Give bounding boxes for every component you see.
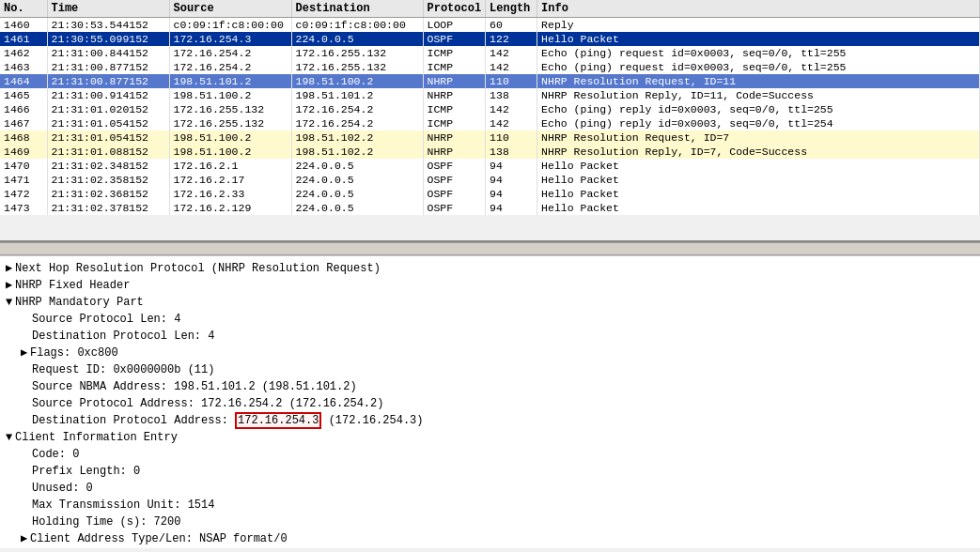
- detail-text: Source NBMA Address: 198.51.101.2 (198.5…: [32, 380, 357, 393]
- detail-line: Request ID: 0x0000000b (11): [6, 361, 974, 378]
- collapse-icon[interactable]: ▼: [6, 430, 15, 445]
- detail-text: Destination Protocol Len: 4: [32, 330, 214, 343]
- col-header-length[interactable]: Length: [486, 0, 537, 18]
- table-row[interactable]: 146621:31:01.020152172.16.255.132172.16.…: [0, 102, 980, 116]
- table-row[interactable]: 147221:31:02.368152172.16.2.33224.0.0.5O…: [0, 187, 980, 201]
- table-row[interactable]: 146321:31:00.877152172.16.254.2172.16.25…: [0, 60, 980, 74]
- detail-title: ▶ Next Hop Resolution Protocol (NHRP Res…: [6, 260, 974, 277]
- expand-icon[interactable]: ▶: [6, 261, 15, 276]
- detail-line: Destination Protocol Address: 172.16.254…: [6, 412, 974, 429]
- col-header-no[interactable]: No.: [0, 0, 47, 18]
- detail-line: Holding Time (s): 7200: [6, 514, 974, 530]
- table-scroll-area[interactable]: No. Time Source Destination Protocol Len…: [0, 0, 980, 242]
- detail-line: Source Protocol Len: 4: [6, 311, 974, 328]
- detail-text: Client Address Type/Len: NSAP format/0: [30, 532, 288, 545]
- packet-table-body: 146021:30:53.544152c0:09:1f:c8:00:00c0:0…: [0, 18, 980, 216]
- detail-line: Destination Protocol Len: 4: [6, 328, 974, 345]
- table-header-row: No. Time Source Destination Protocol Len…: [0, 0, 980, 18]
- expand-icon[interactable]: ▶: [21, 345, 30, 360]
- detail-text: Source Protocol Len: 4: [32, 313, 180, 326]
- detail-line: Source Protocol Address: 172.16.254.2 (1…: [6, 395, 974, 412]
- col-header-destination[interactable]: Destination: [291, 0, 423, 18]
- table-row[interactable]: 146121:30:55.099152172.16.254.3224.0.0.5…: [0, 32, 980, 46]
- detail-line: Max Transmission Unit: 1514: [6, 497, 974, 514]
- table-row[interactable]: 146421:31:00.877152198.51.101.2198.51.10…: [0, 74, 980, 88]
- detail-suffix: (172.16.254.3): [321, 414, 423, 427]
- table-row[interactable]: 147021:31:02.348152172.16.2.1224.0.0.5OS…: [0, 159, 980, 173]
- expand-icon[interactable]: ▶: [6, 278, 15, 293]
- detail-text: Request ID: 0x0000000b (11): [32, 363, 214, 376]
- packet-table: No. Time Source Destination Protocol Len…: [0, 0, 980, 215]
- col-header-source[interactable]: Source: [169, 0, 291, 18]
- table-row[interactable]: 146821:31:01.054152198.51.100.2198.51.10…: [0, 130, 980, 145]
- detail-line[interactable]: ▶ Flags: 0xc800: [6, 345, 974, 361]
- table-row[interactable]: 147321:31:02.378152172.16.2.129224.0.0.5…: [0, 201, 980, 215]
- detail-text: Flags: 0xc800: [30, 346, 118, 360]
- scrollbar-track[interactable]: [0, 243, 980, 254]
- detail-line[interactable]: ▶ Client Address Type/Len: NSAP format/0: [6, 530, 974, 547]
- detail-text: Destination Protocol Address:: [32, 414, 235, 427]
- detail-text: Unused: 0: [32, 482, 93, 495]
- table-row[interactable]: 146021:30:53.544152c0:09:1f:c8:00:00c0:0…: [0, 18, 980, 33]
- detail-text: Prefix Length: 0: [32, 465, 140, 478]
- detail-line[interactable]: ▼ NHRP Mandatory Part: [6, 294, 974, 311]
- detail-text: Holding Time (s): 7200: [32, 515, 180, 529]
- col-header-time[interactable]: Time: [47, 0, 169, 18]
- detail-text: NHRP Mandatory Part: [15, 296, 144, 309]
- col-header-protocol[interactable]: Protocol: [423, 0, 486, 18]
- expand-icon[interactable]: ▶: [21, 531, 30, 546]
- table-row[interactable]: 146721:31:01.054152172.16.255.132172.16.…: [0, 116, 980, 130]
- table-row[interactable]: 146521:31:00.914152198.51.100.2198.51.10…: [0, 88, 980, 102]
- detail-content: ▶ Next Hop Resolution Protocol (NHRP Res…: [6, 260, 974, 548]
- detail-text: Client Information Entry: [15, 431, 178, 444]
- detail-text: Max Transmission Unit: 1514: [32, 498, 214, 512]
- table-row[interactable]: 146221:31:00.844152172.16.254.2172.16.25…: [0, 46, 980, 60]
- table-row[interactable]: 146921:31:01.088152198.51.100.2198.51.10…: [0, 145, 980, 159]
- highlighted-address: 172.16.254.3: [235, 412, 321, 429]
- detail-text: Code: 0: [32, 448, 79, 461]
- packet-list-container: No. Time Source Destination Protocol Len…: [0, 0, 980, 255]
- detail-text: NHRP Fixed Header: [15, 279, 130, 292]
- detail-line: Unused: 0: [6, 480, 974, 497]
- collapse-icon[interactable]: ▼: [6, 295, 15, 310]
- col-header-info[interactable]: Info: [537, 0, 980, 18]
- horizontal-scrollbar[interactable]: [0, 242, 980, 255]
- detail-line: Source NBMA Address: 198.51.101.2 (198.5…: [6, 378, 974, 395]
- table-row[interactable]: 147121:31:02.358152172.16.2.17224.0.0.5O…: [0, 173, 980, 187]
- detail-line: Prefix Length: 0: [6, 463, 974, 480]
- detail-text: Source Protocol Address: 172.16.254.2 (1…: [32, 397, 383, 410]
- detail-line[interactable]: ▼ Client Information Entry: [6, 429, 974, 446]
- detail-line[interactable]: ▶ NHRP Fixed Header: [6, 277, 974, 294]
- detail-line: Code: 0: [6, 446, 974, 463]
- detail-panel[interactable]: ▶ Next Hop Resolution Protocol (NHRP Res…: [0, 255, 980, 548]
- detail-title-text: Next Hop Resolution Protocol (NHRP Resol…: [15, 262, 381, 275]
- detail-line[interactable]: ▶ Client Sub Address Type/Len: NSAP form…: [6, 547, 974, 548]
